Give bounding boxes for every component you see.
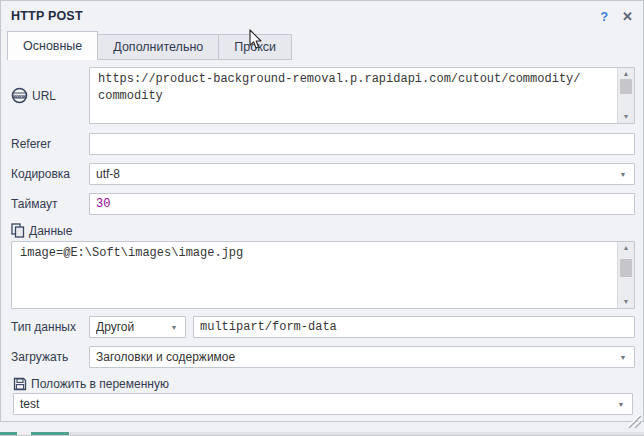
store-label-text: Положить в переменную (31, 377, 169, 391)
referer-row: Referer (9, 133, 635, 155)
url-label-text: URL (32, 89, 56, 103)
title-bar: HTTP POST ? ✕ (1, 1, 643, 29)
store-section-label: Положить в переменную (13, 377, 635, 391)
svg-text:www: www (12, 93, 27, 99)
load-value: Заголовки и содержимое (96, 350, 616, 364)
load-label: Загружать (9, 350, 89, 364)
encoding-row: Кодировка utf-8 ▼ (9, 163, 635, 185)
referer-input[interactable] (89, 133, 635, 155)
scroll-up-icon[interactable]: ▲ (623, 69, 630, 79)
timeout-row: Таймаут (9, 193, 635, 215)
load-combobox[interactable]: Заголовки и содержимое ▼ (89, 346, 635, 368)
tab-basic-label: Основные (23, 39, 82, 53)
url-label: www URL (9, 87, 89, 104)
data-type-value: Другой (96, 320, 167, 334)
url-row: www URL https://product-background-remov… (9, 67, 635, 124)
floppy-save-icon (13, 377, 27, 391)
close-button[interactable]: ✕ (622, 10, 633, 23)
referer-label: Referer (9, 137, 89, 151)
data-type-label: Тип данных (9, 320, 89, 334)
scrollbar-thumb[interactable] (620, 79, 632, 94)
scrollbar-thumb[interactable] (620, 259, 632, 277)
store-variable-value: test (20, 397, 614, 411)
load-row: Загружать Заголовки и содержимое ▼ (9, 346, 635, 368)
data-type-combobox[interactable]: Другой ▼ (89, 316, 186, 338)
url-scrollbar[interactable]: ▲ ▼ (617, 68, 634, 123)
dropdown-arrow-icon: ▼ (614, 401, 628, 408)
tab-proxy[interactable]: Прокси (218, 34, 292, 60)
encoding-combobox[interactable]: utf-8 ▼ (89, 163, 635, 185)
data-textarea[interactable]: image=@E:\Soft\images\image.jpg ▲ ▼ (11, 241, 635, 309)
resize-grip[interactable] (624, 412, 642, 429)
data-label-text: Данные (29, 224, 72, 238)
store-variable-combobox[interactable]: test ▼ (13, 393, 633, 415)
http-post-dialog: HTTP POST ? ✕ Основные Дополнительно Про… (0, 0, 644, 422)
url-textarea[interactable]: https://product-background-removal.p.rap… (89, 67, 635, 124)
data-section-label: Данные (11, 223, 635, 238)
encoding-label: Кодировка (9, 167, 89, 181)
tab-advanced[interactable]: Дополнительно (97, 34, 219, 60)
dropdown-arrow-icon: ▼ (616, 171, 630, 178)
window-title: HTTP POST (11, 9, 586, 23)
data-type-row: Тип данных Другой ▼ (9, 316, 635, 338)
tab-bar: Основные Дополнительно Прокси (1, 29, 643, 60)
data-value: image=@E:\Soft\images\image.jpg (12, 242, 617, 308)
scroll-up-icon[interactable]: ▲ (623, 243, 630, 253)
timeout-input[interactable] (89, 193, 635, 215)
copy-pages-icon (11, 223, 25, 238)
help-button[interactable]: ? (600, 10, 608, 23)
scroll-down-icon[interactable]: ▼ (623, 112, 630, 122)
dropdown-arrow-icon: ▼ (167, 324, 181, 331)
tab-basic[interactable]: Основные (7, 31, 98, 60)
tab-advanced-label: Дополнительно (113, 40, 203, 54)
tab-proxy-label: Прокси (234, 40, 276, 54)
content-type-input[interactable] (193, 316, 635, 338)
scroll-down-icon[interactable]: ▼ (623, 297, 630, 307)
timeout-label: Таймаут (9, 197, 89, 211)
url-value: https://product-background-removal.p.rap… (90, 68, 617, 123)
globe-www-icon: www (11, 87, 28, 104)
encoding-value: utf-8 (96, 167, 616, 181)
data-scrollbar[interactable]: ▲ ▼ (617, 242, 634, 308)
dropdown-arrow-icon: ▼ (616, 354, 630, 361)
